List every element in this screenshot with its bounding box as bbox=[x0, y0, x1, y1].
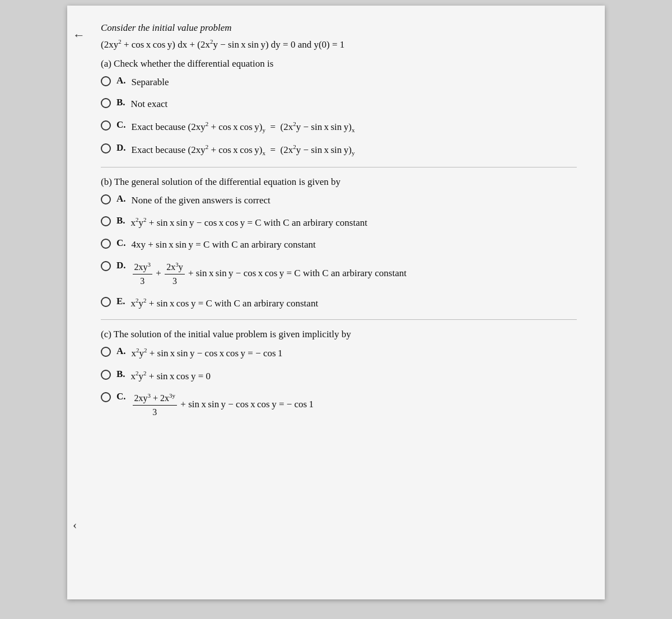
option-letter-a2: B. bbox=[116, 97, 125, 108]
option-text-a1: Separable bbox=[132, 75, 169, 90]
option-text-b4: 2xy3 3 + 2x3y 3 + sin x sin y − cos x co… bbox=[132, 260, 407, 288]
divider-2 bbox=[101, 319, 577, 320]
option-text-b5: x2y2 + sin x cos y = C with C an arbirar… bbox=[131, 296, 319, 310]
main-equation: (2xy2 + cos x cos y) dx + (2x2y − sin x … bbox=[101, 38, 577, 50]
radio-a2[interactable] bbox=[101, 98, 111, 108]
option-text-b3: 4xy + sin x sin y = C with C an arbirary… bbox=[132, 238, 316, 252]
part-b-label: (b) The general solution of the differen… bbox=[101, 176, 577, 188]
option-letter-b1: A. bbox=[116, 193, 126, 204]
option-letter-b5: E. bbox=[116, 296, 125, 307]
radio-c3[interactable] bbox=[101, 392, 111, 402]
radio-c2[interactable] bbox=[101, 370, 111, 380]
radio-b3[interactable] bbox=[101, 239, 111, 249]
part-a-option-c: C. Exact because (2xy2 + cos x cos y)y =… bbox=[101, 119, 577, 135]
option-letter-a3: C. bbox=[116, 119, 126, 131]
part-c-option-b: B. x2y2 + sin x cos y = 0 bbox=[101, 369, 577, 383]
option-letter-c3: C. bbox=[116, 391, 126, 402]
option-letter-a1: A. bbox=[116, 75, 126, 86]
part-c-option-a: A. x2y2 + sin x sin y − cos x cos y = − … bbox=[101, 346, 577, 360]
part-b-option-c: C. 4xy + sin x sin y = C with C an arbir… bbox=[101, 238, 577, 252]
problem-title: Consider the initial value problem bbox=[101, 22, 577, 34]
option-letter-b2: B. bbox=[116, 215, 125, 226]
radio-a1[interactable] bbox=[101, 76, 111, 86]
part-a-option-d: D. Exact because (2xy2 + cos x cos y)x =… bbox=[101, 142, 577, 158]
back-arrow-top[interactable]: ← bbox=[73, 28, 85, 43]
divider-1 bbox=[101, 167, 577, 167]
radio-a3[interactable] bbox=[101, 120, 111, 131]
part-a-option-a: A. Separable bbox=[101, 75, 577, 90]
option-text-b2: x2y2 + sin x sin y − cos x cos y = C wit… bbox=[131, 215, 367, 230]
option-text-b1: None of the given answers is correct bbox=[132, 193, 270, 208]
part-b-option-b: B. x2y2 + sin x sin y − cos x cos y = C … bbox=[101, 215, 577, 230]
option-text-a4: Exact because (2xy2 + cos x cos y)x = (2… bbox=[132, 142, 355, 158]
option-text-a3: Exact because (2xy2 + cos x cos y)y = (2… bbox=[132, 119, 355, 135]
part-c-label: (c) The solution of the initial value pr… bbox=[101, 329, 577, 340]
radio-a4[interactable] bbox=[101, 143, 111, 153]
part-b-option-a: A. None of the given answers is correct bbox=[101, 193, 577, 208]
option-text-a2: Not exact bbox=[131, 97, 168, 111]
part-a-label: (a) Check whether the differential equat… bbox=[101, 58, 577, 69]
radio-c1[interactable] bbox=[101, 347, 111, 357]
option-text-c2: x2y2 + sin x cos y = 0 bbox=[131, 369, 211, 383]
radio-b5[interactable] bbox=[101, 297, 111, 307]
option-text-c3: 2xy3 + 2x3y 3 + sin x sin y − cos x cos … bbox=[132, 391, 314, 419]
option-text-c1: x2y2 + sin x sin y − cos x cos y = − cos… bbox=[132, 346, 283, 360]
part-b-option-d: D. 2xy3 3 + 2x3y 3 + sin x sin y − cos x… bbox=[101, 260, 577, 288]
radio-b1[interactable] bbox=[101, 194, 111, 204]
main-page: ← ‹ Consider the initial value problem (… bbox=[67, 6, 605, 599]
back-arrow-bottom[interactable]: ‹ bbox=[73, 518, 77, 532]
option-letter-a4: D. bbox=[116, 142, 126, 153]
part-a-option-b: B. Not exact bbox=[101, 97, 577, 111]
radio-b4[interactable] bbox=[101, 261, 111, 271]
option-letter-b4: D. bbox=[116, 260, 126, 271]
part-c-option-c: C. 2xy3 + 2x3y 3 + sin x sin y − cos x c… bbox=[101, 391, 577, 419]
option-letter-b3: C. bbox=[116, 238, 126, 249]
part-b-option-e: E. x2y2 + sin x cos y = C with C an arbi… bbox=[101, 296, 577, 310]
option-letter-c1: A. bbox=[116, 346, 126, 357]
radio-b2[interactable] bbox=[101, 216, 111, 226]
option-letter-c2: B. bbox=[116, 369, 125, 380]
